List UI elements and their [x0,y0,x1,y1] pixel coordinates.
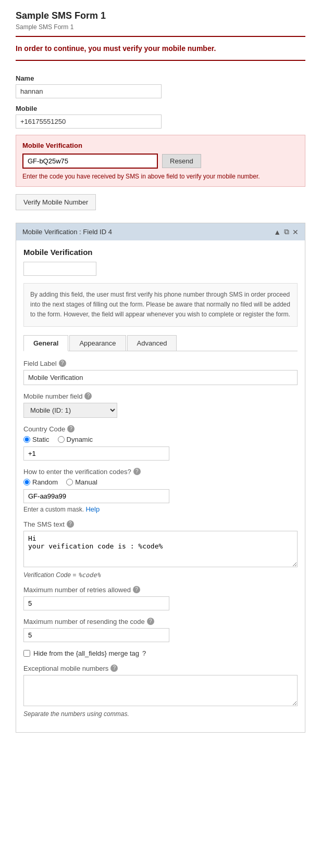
hide-field-group: Hide from the {all_fields} merge tag ? [23,649,298,657]
page-subtitle: Sample SMS Form 1 [16,23,305,31]
max-retries-help-icon[interactable]: ? [133,586,140,593]
dynamic-radio-label[interactable]: Dynamic [58,436,93,443]
verify-button[interactable]: Verify Mobile Number [16,194,96,210]
panel-body: Mobile Verification By adding this field… [16,240,305,732]
sms-text-label: The SMS text ? [23,520,298,528]
name-input[interactable] [16,84,162,98]
static-radio[interactable] [23,436,30,443]
max-resend-input[interactable] [23,628,169,642]
mv-hint: Enter the code you have received by SMS … [22,173,299,180]
tab-appearance[interactable]: Appearance [69,335,126,351]
name-label: Name [16,74,305,82]
verification-codes-radio-group: Random Manual [23,478,298,486]
code-placeholder: %code% [78,571,101,579]
panel-section-title: Mobile Verification [23,248,298,257]
verification-code-line: Verification Code = %code% [23,571,298,579]
exceptional-hint: Separate the numbers using commas. [23,710,298,718]
dynamic-radio[interactable] [58,436,65,443]
info-box: By adding this field, the user must firs… [23,283,298,327]
hide-field-help-icon[interactable]: ? [142,649,146,657]
panel-header-icons: ▲ ⧉ ✕ [274,227,299,236]
hide-field-checkbox[interactable] [23,650,30,657]
max-resend-label: Maximum number of resending the code ? [23,618,298,626]
max-retries-input[interactable] [23,596,169,610]
sms-text-textarea[interactable]: Hi your veification code is : %code% [23,531,298,567]
mobile-input[interactable] [16,114,162,129]
resend-button[interactable]: Resend [162,154,201,168]
page-title: Sample SMS Form 1 [16,10,305,21]
verification-codes-label: How to enter the verification codes? ? [23,468,298,476]
country-code-label: Country Code ? [23,425,298,433]
mobile-label: Mobile [16,105,305,112]
mask-input[interactable] [23,489,169,503]
country-code-group: Country Code ? Static Dynamic [23,425,298,461]
country-code-help-icon[interactable]: ? [67,425,75,432]
sms-text-group: The SMS text ? Hi your veification code … [23,520,298,579]
name-field-group: Name [16,74,305,98]
field-label-group: Field Label ? [23,360,298,385]
random-radio-label[interactable]: Random [23,478,58,486]
tab-advanced[interactable]: Advanced [127,335,177,351]
collapse-icon[interactable]: ▲ [274,228,281,236]
panel-header-title: Mobile Verification : Field ID 4 [22,228,112,236]
max-resend-group: Maximum number of resending the code ? [23,618,298,642]
enter-mask-line: Enter a custom mask. Help [23,505,298,513]
country-code-radio-group: Static Dynamic [23,436,298,443]
field-label-help-icon[interactable]: ? [59,360,66,367]
static-radio-label[interactable]: Static [23,436,50,443]
panel-header: Mobile Verification : Field ID 4 ▲ ⧉ ✕ [16,223,305,240]
manual-radio[interactable] [66,479,73,486]
mobile-verification-section: Mobile Verification Resend Enter the cod… [16,135,305,187]
mobile-number-field-label: Mobile number field ? [23,392,298,400]
exceptional-textarea[interactable] [23,675,298,706]
verification-codes-help-icon[interactable]: ? [133,468,141,475]
field-label-label: Field Label ? [23,360,298,367]
tab-general[interactable]: General [23,335,68,351]
alert-divider [16,60,305,61]
sms-text-help-icon[interactable]: ? [67,520,74,528]
mobile-number-field-group: Mobile number field ? Mobile (ID: 1) [23,392,298,418]
max-retries-group: Maximum number of retries allowed ? [23,586,298,610]
mobile-field-help-icon[interactable]: ? [84,392,92,400]
max-resend-help-icon[interactable]: ? [147,618,154,625]
panel-preview-input[interactable] [23,262,96,276]
max-retries-label: Maximum number of retries allowed ? [23,586,298,594]
verification-codes-group: How to enter the verification codes? ? R… [23,468,298,513]
close-icon[interactable]: ✕ [292,228,299,236]
tab-general-content: Field Label ? Mobile number field ? Mobi… [23,360,298,718]
manual-radio-label[interactable]: Manual [66,478,97,486]
mv-code-input[interactable] [22,154,158,169]
help-link[interactable]: Help [85,505,100,513]
alert-message: In order to continue, you must verify yo… [16,44,305,53]
field-editor-panel: Mobile Verification : Field ID 4 ▲ ⧉ ✕ M… [16,223,305,733]
tabs-row: General Appearance Advanced [23,335,298,351]
hide-field-label[interactable]: Hide from the {all_fields} merge tag ? [23,649,298,657]
random-radio[interactable] [23,479,30,486]
mobile-field-group: Mobile [16,105,305,129]
copy-icon[interactable]: ⧉ [284,227,289,236]
country-code-input[interactable] [23,446,169,461]
top-divider [16,36,305,37]
page-wrapper: Sample SMS Form 1 Sample SMS Form 1 In o… [0,0,321,868]
field-label-input[interactable] [23,370,298,385]
mobile-number-select[interactable]: Mobile (ID: 1) [23,403,117,418]
exceptional-group: Exceptional mobile numbers ? Separate th… [23,665,298,718]
mv-input-row: Resend [22,154,299,169]
mv-label: Mobile Verification [22,142,299,149]
exceptional-help-icon[interactable]: ? [110,665,118,672]
exceptional-label: Exceptional mobile numbers ? [23,665,298,672]
